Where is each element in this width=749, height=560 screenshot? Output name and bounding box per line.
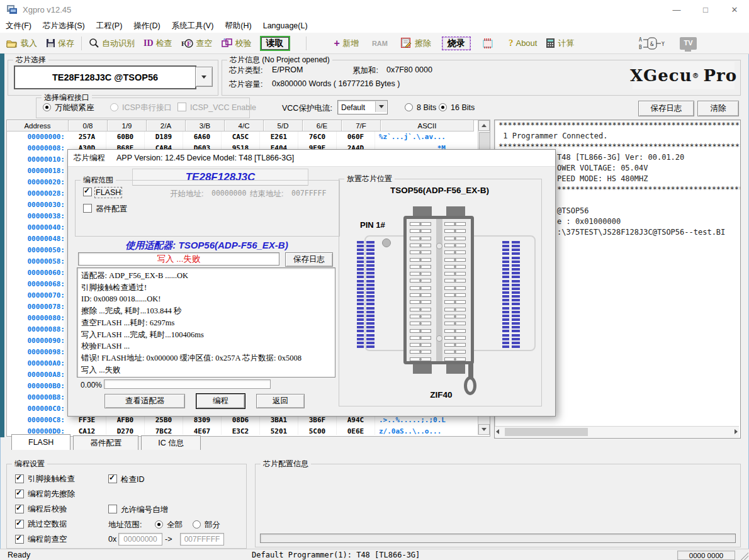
pin-bar: [512, 330, 520, 332]
tab-3[interactable]: IC 信息: [141, 435, 201, 450]
hex-row[interactable]: 00000000:257A60B0D1896A60CA5CE26176C0060…: [7, 132, 477, 143]
burn-button[interactable]: 烧录: [442, 36, 471, 50]
back-button[interactable]: 返回: [256, 394, 305, 408]
logic-gate-button[interactable]: A B & Y: [639, 36, 667, 51]
socket-slot: [410, 272, 431, 276]
hex-cell[interactable]: 0E6E: [337, 426, 375, 435]
addr-from-input[interactable]: 00000000: [118, 533, 162, 546]
checkbox-icon: [108, 505, 117, 513]
hex-cell[interactable]: 5201: [260, 426, 298, 435]
check-id-button[interactable]: ID 检查: [144, 38, 172, 49]
pin-bar: [512, 307, 520, 310]
minimize-button[interactable]: —: [662, 0, 691, 19]
scroll-down-button[interactable]: [478, 424, 490, 435]
dialog-title-bar[interactable]: 芯片编程 APP Version: 12.45 Device Model: T4…: [68, 150, 555, 167]
auto-identify-button[interactable]: 自动识别: [89, 38, 135, 49]
check-id-checkbox[interactable]: 检查ID: [108, 474, 145, 485]
addr-to-input[interactable]: 007FFFFF: [180, 533, 224, 546]
device-log-hscrollbar[interactable]: [495, 426, 739, 437]
radio-icon: [110, 103, 118, 111]
socket-slot: [410, 229, 431, 233]
menu-item[interactable]: 工程(P): [91, 19, 128, 33]
device-config-checkbox[interactable]: 器件配置: [83, 204, 127, 215]
menu-item[interactable]: 芯片选择(S): [37, 19, 91, 33]
about-button[interactable]: ? About: [509, 38, 537, 48]
tab-2[interactable]: 器件配置: [73, 435, 138, 450]
dialog-log-line: ID: 0x0089 0018......OK!: [81, 293, 335, 305]
chip-select-dropdown-button[interactable]: [195, 67, 213, 87]
auto-increment-checkbox[interactable]: 允许编号自增: [108, 505, 168, 515]
vcc-select[interactable]: Default: [337, 100, 388, 115]
scroll-up-button[interactable]: [478, 120, 490, 131]
hex-cell[interactable]: 4E67: [183, 426, 222, 435]
menu-item[interactable]: 操作(D): [128, 19, 166, 33]
hex-cell[interactable]: 257A: [68, 132, 106, 143]
hex-cell[interactable]: 76C0: [298, 132, 337, 143]
flash-checkbox[interactable]: FLASH: [83, 188, 121, 197]
hex-cell[interactable]: 6A60: [183, 132, 222, 143]
setting-checkbox[interactable]: 引脚接触检查: [15, 474, 75, 483]
load-button[interactable]: 载入: [6, 38, 37, 49]
blank-check-button[interactable]: FF 查空: [181, 38, 213, 49]
hex-address: 00000028:: [7, 188, 68, 199]
hex-cell[interactable]: 7BC2: [145, 426, 183, 435]
save-log-button[interactable]: 保存日志: [638, 101, 694, 116]
chip-select-combo[interactable]: TE28F128J3C @TSOP56: [14, 65, 196, 89]
hex-cell[interactable]: CA5C: [222, 132, 260, 143]
hex-cell[interactable]: D270: [106, 426, 145, 435]
view-adapter-button[interactable]: 查看适配器: [104, 394, 185, 408]
dock-edge-strip: [0, 53, 4, 437]
menu-item[interactable]: 系统工具(V): [166, 19, 220, 33]
erase-button[interactable]: 擦除: [401, 38, 431, 49]
setting-checkbox[interactable]: 编程前先擦除: [15, 490, 75, 498]
chip-select-group-title: 芯片选择: [13, 55, 48, 65]
verify-button[interactable]: 校验: [222, 38, 252, 49]
addr-part-radio[interactable]: 部分: [193, 520, 220, 530]
pin-bar: [366, 295, 374, 298]
scrollbar-thumb[interactable]: [505, 428, 588, 436]
toolbar-separator: [306, 36, 307, 50]
hex-cell[interactable]: 060F: [337, 132, 375, 143]
pin-bar: [502, 334, 509, 337]
toolbar: 载入 保存 自动识别 ID 检查 FF 查空 校验 读取 + 新增 RAM: [0, 33, 749, 54]
hex-cell[interactable]: 60B0: [106, 132, 145, 143]
pin-bar: [366, 245, 374, 247]
ram-button: RAM: [372, 40, 388, 47]
chip-icon-button[interactable]: [482, 38, 494, 49]
maximize-button[interactable]: □: [691, 0, 720, 19]
add-button[interactable]: + 新增: [334, 38, 359, 49]
dialog-save-log-button[interactable]: 保存日志: [285, 252, 333, 267]
resize-grip[interactable]: [741, 552, 748, 560]
chevron-down-icon[interactable]: [375, 101, 386, 112]
hex-cell[interactable]: CA12: [68, 426, 106, 435]
tab-1[interactable]: FLASH: [11, 434, 70, 450]
calculator-button[interactable]: 计算: [546, 38, 574, 49]
device-log-line: ****************************************…: [495, 120, 740, 131]
clear-button[interactable]: 清除: [697, 101, 739, 116]
socket-slot: [444, 308, 466, 311]
read-button[interactable]: 读取: [260, 36, 290, 51]
addr-all-radio[interactable]: 全部: [155, 520, 183, 530]
tv-button[interactable]: TV: [680, 37, 696, 50]
scroll-left-icon[interactable]: [496, 429, 499, 434]
checkbox-icon: [15, 505, 24, 513]
setting-checkbox[interactable]: 跳过空数据: [15, 520, 75, 529]
menu-item[interactable]: 文件(F): [0, 19, 37, 33]
save-button[interactable]: 保存: [46, 38, 74, 49]
hex-cell[interactable]: E261: [260, 132, 298, 143]
pin-bar: [502, 338, 509, 340]
program-button[interactable]: 编程: [196, 394, 245, 408]
setting-checkbox[interactable]: 编程后校验: [15, 505, 75, 513]
socket-radio[interactable]: 万能锁紧座: [43, 103, 94, 113]
hex-row[interactable]: 000000D0:CA12D2707BC24E67E3C252015C000E6…: [7, 426, 477, 435]
hex-cell[interactable]: 5C00: [298, 426, 337, 435]
hex-cell[interactable]: E3C2: [222, 426, 260, 435]
close-button[interactable]: ✕: [720, 0, 749, 19]
menu-item[interactable]: Language(L): [257, 19, 313, 33]
scroll-right-icon[interactable]: [735, 429, 738, 434]
bits8-radio[interactable]: 8 Bits: [405, 103, 436, 112]
bits16-radio[interactable]: 16 Bits: [439, 103, 475, 112]
setting-checkbox[interactable]: 编程前查空: [15, 535, 75, 544]
menu-item[interactable]: 帮助(H): [219, 19, 257, 33]
hex-cell[interactable]: D189: [145, 132, 183, 143]
